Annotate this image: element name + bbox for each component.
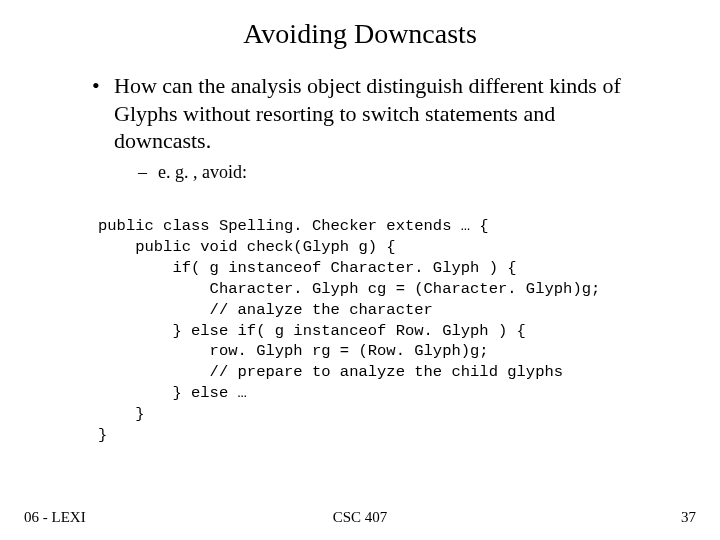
code-line: // prepare to analyze the child glyphs: [98, 363, 563, 381]
slide-footer: 06 - LEXI CSC 407 37: [0, 509, 720, 526]
code-line: Character. Glyph cg = (Character. Glyph)…: [98, 280, 600, 298]
bullet-2-text: e. g. , avoid:: [158, 161, 247, 184]
code-line: } else if( g instanceof Row. Glyph ) {: [98, 322, 526, 340]
code-line: row. Glyph rg = (Row. Glyph)g;: [98, 342, 489, 360]
slide-title: Avoiding Downcasts: [20, 18, 700, 50]
code-line: // analyze the character: [98, 301, 433, 319]
code-line: public void check(Glyph g) {: [98, 238, 396, 256]
code-line: public class Spelling. Checker extends ……: [98, 217, 489, 235]
code-line: }: [98, 426, 107, 444]
bullet-level-2: – e. g. , avoid:: [138, 161, 644, 184]
footer-center: CSC 407: [0, 509, 720, 526]
bullet-dot-icon: •: [92, 72, 114, 155]
bullet-level-1: • How can the analysis object distinguis…: [92, 72, 644, 155]
code-line: }: [98, 405, 145, 423]
bullet-dash-icon: –: [138, 161, 158, 184]
code-line: if( g instanceof Character. Glyph ) {: [98, 259, 517, 277]
bullet-1-text: How can the analysis object distinguish …: [114, 72, 644, 155]
code-block: public class Spelling. Checker extends ……: [98, 195, 700, 446]
code-line: } else …: [98, 384, 247, 402]
slide: Avoiding Downcasts • How can the analysi…: [0, 0, 720, 540]
